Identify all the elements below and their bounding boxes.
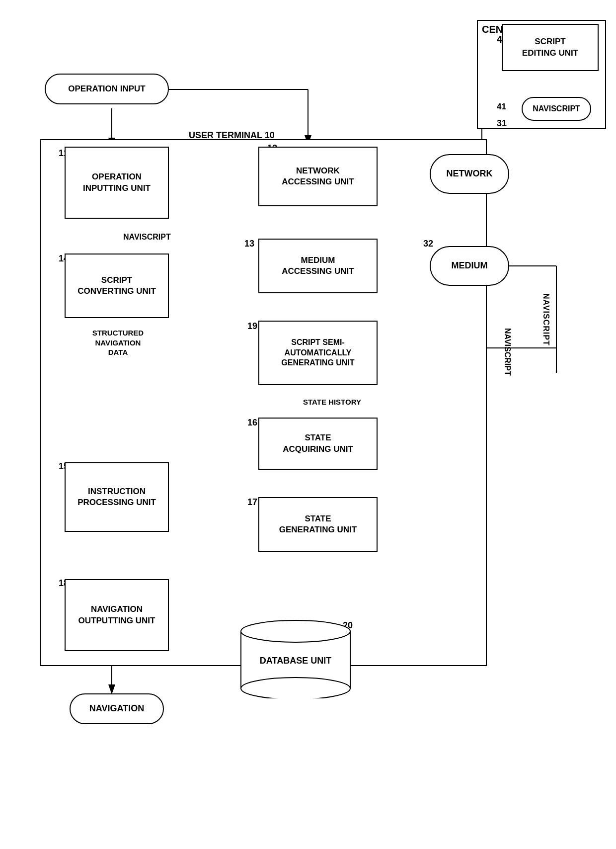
structured-nav-label: STRUCTUREDNAVIGATIONDATA: [72, 328, 164, 357]
num-13: 13: [244, 239, 254, 249]
navigation-pill: NAVIGATION: [70, 693, 164, 724]
state-acquiring-unit: STATE ACQUIRING UNIT: [258, 418, 378, 470]
naviscript-vertical: NAVISCRIPT: [541, 293, 550, 346]
script-converting-unit: SCRIPT CONVERTING UNIT: [65, 254, 169, 318]
num-19: 19: [247, 321, 257, 332]
medium-accessing-unit: MEDIUM ACCESSING UNIT: [258, 239, 378, 293]
naviscript-label1: NAVISCRIPT: [123, 233, 171, 242]
svg-point-39: [241, 620, 350, 642]
naviscript-label2: NAVISCRIPT: [503, 328, 512, 376]
num-17: 17: [247, 497, 257, 508]
network-accessing-unit: NETWORK ACCESSING UNIT: [258, 147, 378, 206]
operation-inputting-unit: OPERATION INPUTTING UNIT: [65, 147, 169, 219]
medium-pill: MEDIUM: [430, 246, 509, 286]
state-history-label: STATE HISTORY: [303, 398, 361, 406]
state-generating-unit: STATE GENERATING UNIT: [258, 497, 378, 552]
database-unit: DATABASE UNIT: [238, 619, 353, 698]
num-32: 32: [423, 239, 433, 249]
svg-text:DATABASE UNIT: DATABASE UNIT: [260, 656, 331, 666]
navigation-outputting-unit: NAVIGATION OUTPUTTING UNIT: [65, 579, 169, 651]
operation-input: OPERATION INPUT: [45, 74, 169, 104]
network-pill: NETWORK: [430, 154, 509, 194]
instruction-processing-unit: INSTRUCTION PROCESSING UNIT: [65, 462, 169, 532]
script-semi-auto-unit: SCRIPT SEMI- AUTOMATICALLY GENERATING UN…: [258, 321, 378, 385]
num-41: 41: [497, 102, 506, 112]
naviscript-pill-center: NAVISCRIPT: [522, 97, 591, 121]
script-editing-unit: SCRIPT EDITING UNIT: [502, 24, 599, 71]
num-16: 16: [247, 418, 257, 428]
num-31: 31: [497, 118, 507, 129]
svg-point-40: [241, 678, 350, 698]
